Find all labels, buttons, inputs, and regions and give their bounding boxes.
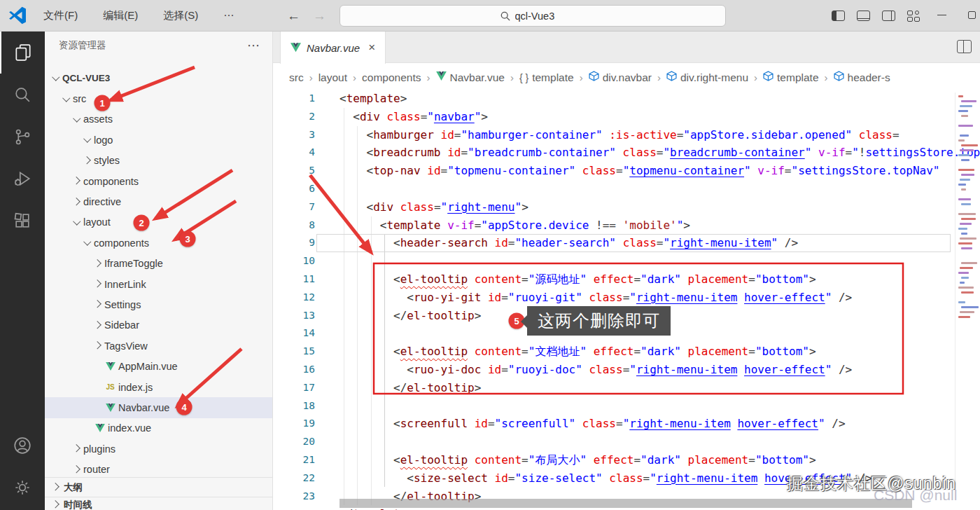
outline-section[interactable]: 大纲 [45, 477, 273, 497]
file-tree: QCL-VUE3srcassetslogostylescomponentsdir… [45, 68, 273, 480]
code-line-18[interactable]: 18 [273, 397, 980, 415]
minimize-button[interactable] [937, 15, 946, 15]
tree-item-components[interactable]: components [45, 171, 273, 191]
search-input[interactable] [515, 11, 566, 22]
code-text: <template> [340, 90, 407, 108]
tree-item-src[interactable]: src [45, 88, 273, 109]
code-line-11[interactable]: 11 <el-tooltip content="源码地址" effect="da… [273, 270, 980, 289]
tree-item-innerlink[interactable]: InnerLink [45, 274, 273, 294]
tree-item-label: Navbar.vue [118, 402, 169, 413]
tree-item-assets[interactable]: assets [45, 109, 273, 130]
code-line-10[interactable]: 10 [273, 252, 980, 270]
tab-close-icon[interactable]: × [368, 41, 375, 55]
activity-source-control-icon[interactable] [0, 116, 45, 158]
tree-item-label: Sidebar [104, 319, 139, 331]
vue-file-icon [104, 361, 116, 372]
menu-item-1[interactable]: 编辑(E) [103, 9, 138, 22]
line-number: 5 [273, 162, 315, 180]
title-bar: 文件(F)编辑(E)选择(S)⋯ ← → [0, 0, 980, 32]
tree-item-directive[interactable]: directive [45, 191, 273, 212]
tree-item-logo[interactable]: logo [45, 130, 273, 150]
tree-item-layout[interactable]: layout [45, 212, 273, 233]
tree-item-components[interactable]: components [45, 233, 273, 253]
code-line-21[interactable]: 21 <el-tooltip content="布局大小" effect="da… [273, 451, 980, 469]
code-line-12[interactable]: 12 <ruo-yi-git id="ruoyi-git" class="rig… [273, 289, 980, 307]
minimap-line [958, 272, 969, 274]
activity-explorer-icon[interactable] [0, 32, 45, 74]
timeline-section[interactable]: 时间线 [45, 497, 273, 510]
horizontal-scrollbar[interactable] [340, 499, 912, 508]
breadcrumb-separator: › [427, 71, 430, 83]
code-line-17[interactable]: 17 </el-tooltip> [273, 379, 980, 397]
tree-item-index-vue[interactable]: index.vue [45, 418, 273, 439]
chevron-right-icon [71, 443, 83, 455]
code-line-1[interactable]: 1<template> [273, 90, 980, 108]
code-text: </el-tooltip> [340, 379, 481, 397]
code-line-8[interactable]: 8 <template v-if="appStore.device !== 'm… [273, 216, 980, 235]
tree-item-label: directive [83, 196, 121, 207]
tab-navbar-vue[interactable]: Navbar.vue × [280, 32, 386, 64]
tree-item-iframetoggle[interactable]: IframeToggle [45, 254, 273, 274]
tree-item-sidebar[interactable]: Sidebar [45, 315, 273, 336]
toggle-panel-icon[interactable] [857, 11, 870, 21]
toggle-secondary-sidebar-icon[interactable] [882, 11, 895, 21]
account-icon[interactable] [0, 425, 45, 467]
breadcrumb-separator: › [657, 71, 661, 83]
settings-gear-icon[interactable] [0, 467, 45, 509]
line-number: 10 [273, 252, 315, 270]
tree-item-index-js[interactable]: JSindex.js [45, 377, 273, 397]
explorer-more-icon[interactable]: ⋯ [247, 38, 261, 53]
code-text: <div class="navbar"> [340, 108, 488, 126]
code-line-15[interactable]: 15 <el-tooltip content="文档地址" effect="da… [273, 343, 980, 361]
breadcrumb-item-components[interactable]: components [362, 71, 421, 84]
code-line-19[interactable]: 19 <screenfull id="screenfull" class="ri… [273, 415, 980, 433]
menu-item-2[interactable]: 选择(S) [163, 9, 198, 22]
menu-item-0[interactable]: 文件(F) [43, 9, 78, 22]
code-text: <breadcrumb id="breadcrumb-container" cl… [340, 144, 980, 162]
breadcrumb-item-div-right-menu[interactable]: div.right-menu [666, 71, 748, 84]
breadcrumb-item-template[interactable]: { }template [519, 71, 574, 84]
code-line-7[interactable]: 7 <div class="right-menu"> [273, 198, 980, 216]
activity-run-debug-icon[interactable] [0, 158, 45, 200]
split-editor-icon[interactable] [957, 40, 972, 53]
code-line-5[interactable]: 5 <top-nav id="topmenu-container" class=… [273, 162, 980, 180]
tree-item-plugins[interactable]: plugins [45, 439, 273, 459]
tree-item-label: components [83, 176, 139, 187]
command-search-box[interactable] [340, 5, 726, 27]
code-line-9[interactable]: 9 <header-search id="header-search" clas… [273, 234, 980, 252]
code-line-2[interactable]: 2 <div class="navbar"> [273, 108, 980, 126]
code-line-3[interactable]: 3 <hamburger id="hamburger-container" :i… [273, 126, 980, 144]
code-text: <div class="right-menu"> [340, 198, 528, 216]
minimap[interactable] [955, 92, 980, 485]
code-line-16[interactable]: 16 <ruo-yi-doc id="ruoyi-doc" class="rig… [273, 361, 980, 379]
breadcrumb-item-div-navbar[interactable]: div.navbar [589, 71, 652, 84]
minimap-line [960, 267, 973, 269]
tree-item-styles[interactable]: styles [45, 151, 273, 171]
explorer-title: 资源管理器 [59, 39, 106, 52]
code-line-20[interactable]: 20 [273, 433, 980, 451]
activity-search-icon[interactable] [0, 74, 45, 116]
code-line-6[interactable]: 6 [273, 180, 980, 198]
breadcrumb-item-layout[interactable]: layout [318, 71, 347, 84]
menu-item-3[interactable]: ⋯ [223, 9, 234, 22]
chevron-right-icon [92, 319, 104, 331]
code-area: 1<template>2 <div class="navbar">3 <hamb… [273, 90, 980, 510]
tree-item-tagsview[interactable]: TagsView [45, 336, 273, 356]
breadcrumb-item-navbar-vue[interactable]: Navbar.vue [436, 71, 505, 84]
code-line-4[interactable]: 4 <breadcrumb id="breadcrumb-container" … [273, 144, 980, 162]
breadcrumb-item-header-s[interactable]: header-s [834, 71, 890, 84]
tree-item-qcl-vue3[interactable]: QCL-VUE3 [45, 68, 273, 88]
tree-item-appmain-vue[interactable]: AppMain.vue [45, 356, 273, 376]
nav-back-icon[interactable]: ← [287, 8, 300, 24]
minimap-line [960, 223, 972, 225]
breadcrumb-item-template[interactable]: template [763, 71, 818, 84]
breadcrumb-item-src[interactable]: src [289, 71, 304, 84]
code-text: <hamburger id="hamburger-container" :is-… [340, 126, 899, 144]
activity-extensions-icon[interactable] [0, 200, 45, 242]
toggle-sidebar-icon[interactable] [832, 11, 845, 21]
restore-button[interactable] [968, 11, 976, 19]
tree-item-settings[interactable]: Settings [45, 294, 273, 315]
customize-layout-icon[interactable] [907, 11, 920, 22]
chevron-down-icon [50, 72, 62, 84]
tree-item-navbar-vue[interactable]: Navbar.vue [45, 397, 273, 418]
